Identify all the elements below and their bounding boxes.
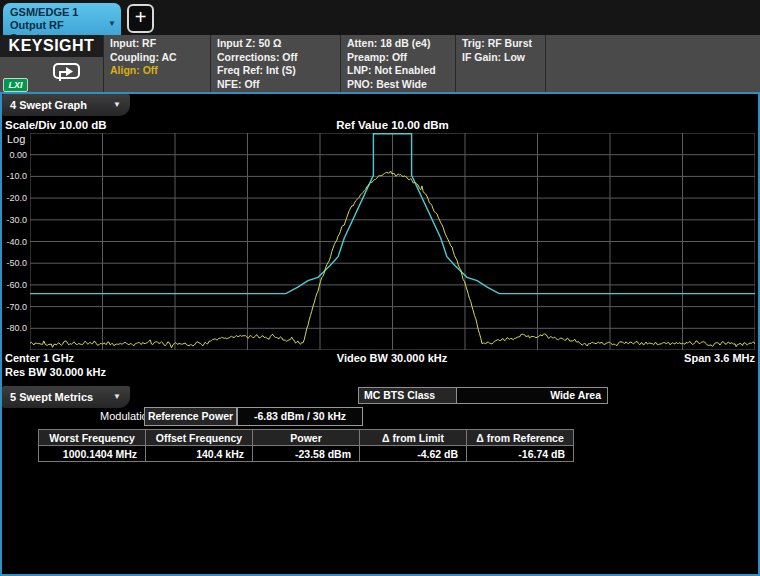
y-axis-tick-label: -40.0 bbox=[0, 237, 27, 247]
y-axis-tick-label: -70.0 bbox=[0, 302, 27, 312]
tab-dropdown-icon[interactable]: ▼ bbox=[108, 17, 116, 30]
chevron-down-icon: ▼ bbox=[113, 94, 121, 116]
metrics-view-selector[interactable]: 5 Swept Metrics ▼ bbox=[2, 386, 130, 408]
status-pno: PNO: Best Wide bbox=[347, 78, 455, 92]
cell-delta-from-reference: -16.74 dB bbox=[467, 446, 574, 462]
y-axis-tick-label: -10.0 bbox=[0, 171, 27, 181]
status-input-z: Input Z: 50 Ω bbox=[217, 37, 340, 51]
status-input: Input: RF bbox=[110, 37, 210, 51]
cell-delta-from-limit: -4.62 dB bbox=[360, 446, 467, 462]
empty-status-column bbox=[545, 35, 760, 92]
amplitude-scale-label: Log bbox=[7, 133, 25, 145]
status-lnp: LNP: Not Enabled bbox=[347, 64, 455, 78]
y-axis-tick-label: 0.00 bbox=[0, 150, 27, 160]
col-header-offset-frequency: Offset Frequency bbox=[146, 430, 253, 446]
center-frequency-annotation: Center 1 GHz bbox=[5, 352, 74, 364]
status-align: Align: Off bbox=[110, 64, 210, 78]
mc-bts-class-value[interactable]: Wide Area bbox=[456, 388, 607, 403]
status-coupling: Coupling: AC bbox=[110, 51, 210, 65]
cell-worst-frequency: 1000.1404 MHz bbox=[39, 446, 146, 462]
plus-icon: + bbox=[135, 6, 147, 28]
status-freq-ref: Freq Ref: Int (S) bbox=[217, 64, 340, 78]
status-corrections: Corrections: Off bbox=[217, 51, 340, 65]
y-axis-tick-label: -30.0 bbox=[0, 215, 27, 225]
y-axis-tick-label: -20.0 bbox=[0, 193, 27, 203]
metrics-table: Worst Frequency Offset Frequency Power Δ… bbox=[38, 429, 574, 462]
reference-power-value: -6.83 dBm / 30 kHz bbox=[237, 407, 363, 426]
ref-value-annotation: Ref Value 10.00 dBm bbox=[310, 119, 475, 131]
cell-offset-frequency: 140.4 kHz bbox=[146, 446, 253, 462]
keysight-logo: KEYSIGHT bbox=[0, 35, 103, 57]
graph-view-selector[interactable]: 4 Swept Graph ▼ bbox=[2, 94, 130, 116]
trigger-status-column[interactable]: Trig: RF Burst IF Gain: Low bbox=[455, 35, 545, 92]
col-header-worst-frequency: Worst Frequency bbox=[39, 430, 146, 446]
mc-bts-class-control[interactable]: MC BTS Class Wide Area bbox=[358, 387, 608, 404]
metrics-table-value-row: 1000.1404 MHz 140.4 kHz -23.58 dBm -4.62… bbox=[39, 446, 574, 462]
input-status-column[interactable]: Input: RF Coupling: AC Align: Off bbox=[103, 35, 210, 92]
video-bw-annotation: Video BW 30.000 kHz bbox=[292, 352, 492, 364]
reference-power-label: Reference Power bbox=[144, 407, 237, 426]
status-preamp: Preamp: Off bbox=[347, 51, 455, 65]
measurement-tab[interactable]: GSM/EDGE 1 Output RF Spectrum ▼ bbox=[3, 3, 121, 35]
system-status-bar: KEYSIGHT LXI Input: RF Coupling: AC Alig… bbox=[0, 35, 760, 92]
lxi-badge: LXI bbox=[3, 78, 28, 92]
status-nfe: NFE: Off bbox=[217, 78, 340, 92]
amplitude-status-column[interactable]: Atten: 18 dB (e4) Preamp: Off LNP: Not E… bbox=[340, 35, 455, 92]
col-header-delta-from-reference: Δ from Reference bbox=[467, 430, 574, 446]
y-axis-tick-label: -60.0 bbox=[0, 280, 27, 290]
status-if-gain: IF Gain: Low bbox=[462, 51, 545, 65]
y-axis-tick-label: -80.0 bbox=[0, 323, 27, 333]
col-header-delta-from-limit: Δ from Limit bbox=[360, 430, 467, 446]
keysight-speech-bubble-icon bbox=[52, 62, 82, 84]
spectrum-plot-area[interactable] bbox=[30, 133, 755, 350]
col-header-power: Power bbox=[253, 430, 360, 446]
res-bw-annotation: Res BW 30.000 kHz bbox=[5, 366, 106, 378]
status-trig: Trig: RF Burst bbox=[462, 37, 545, 51]
scale-div-annotation: Scale/Div 10.00 dB bbox=[5, 119, 107, 131]
y-axis-tick-label: -50.0 bbox=[0, 258, 27, 268]
status-atten: Atten: 18 dB (e4) bbox=[347, 37, 455, 51]
instrument-screen: GSM/EDGE 1 Output RF Spectrum ▼ + KEYSIG… bbox=[0, 0, 760, 576]
tab-title: GSM/EDGE 1 bbox=[10, 6, 107, 19]
cell-power: -23.58 dBm bbox=[253, 446, 360, 462]
add-measurement-button[interactable]: + bbox=[127, 4, 154, 33]
graph-view-selector-label: 4 Swept Graph bbox=[10, 99, 87, 111]
span-annotation: Span 3.6 MHz bbox=[650, 352, 755, 364]
keysight-logo-block: KEYSIGHT LXI bbox=[0, 35, 103, 92]
chevron-down-icon: ▼ bbox=[113, 386, 121, 408]
frequency-status-column[interactable]: Input Z: 50 Ω Corrections: Off Freq Ref:… bbox=[210, 35, 340, 92]
metrics-view-selector-label: 5 Swept Metrics bbox=[10, 391, 93, 403]
mc-bts-class-label: MC BTS Class bbox=[359, 388, 456, 403]
metrics-table-header-row: Worst Frequency Offset Frequency Power Δ… bbox=[39, 430, 574, 446]
